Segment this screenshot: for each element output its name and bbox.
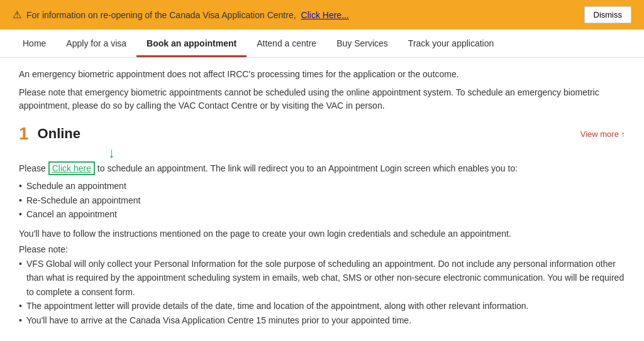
- down-arrow-icon: ↓: [108, 146, 115, 160]
- main-content: An emergency biometric appointment does …: [0, 58, 644, 341]
- arrow-indicator: ↓: [19, 146, 625, 160]
- banner-text: For information on re-opening of the Can…: [26, 10, 296, 20]
- main-navigation: Home Apply for a visa Book an appointmen…: [0, 30, 644, 58]
- section-title-group: 1 Online: [19, 125, 80, 143]
- notification-banner: ⚠ For information on re-opening of the C…: [0, 0, 644, 30]
- list-item: Re-Schedule an appointment: [19, 193, 625, 207]
- intro-paragraph-1: An emergency biometric appointment does …: [19, 68, 625, 81]
- section-title-label: Online: [38, 126, 80, 142]
- click-here-link[interactable]: Click here: [48, 161, 95, 175]
- list-item: Schedule an appointment: [19, 179, 625, 193]
- section-number: 1: [19, 125, 29, 143]
- banner-message: ⚠ For information on re-opening of the C…: [13, 9, 349, 21]
- list-item: VFS Global will only collect your Person…: [19, 257, 625, 299]
- section-1-header: 1 Online View more ↑: [19, 125, 625, 143]
- nav-item-buy[interactable]: Buy Services: [326, 30, 398, 57]
- instructions-paragraph: You'll have to follow the instructions m…: [19, 227, 625, 241]
- banner-link[interactable]: Click Here...: [301, 10, 349, 20]
- nav-item-home[interactable]: Home: [13, 30, 56, 57]
- view-more-link[interactable]: View more ↑: [580, 129, 625, 139]
- dismiss-button[interactable]: Dismiss: [584, 6, 632, 23]
- list-item: Cancel an appointment: [19, 207, 625, 221]
- notes-list: VFS Global will only collect your Person…: [19, 257, 625, 327]
- appointment-options-list: Schedule an appointment Re-Schedule an a…: [19, 179, 625, 221]
- intro-paragraph-2: Please note that emergency biometric app…: [19, 86, 625, 112]
- nav-item-track[interactable]: Track your application: [398, 30, 504, 57]
- please-note-label: Please note:: [19, 244, 625, 254]
- list-item: The appointment letter will provide deta…: [19, 299, 625, 313]
- warning-icon: ⚠: [13, 9, 21, 21]
- nav-item-book[interactable]: Book an appointment: [136, 30, 247, 57]
- nav-item-apply[interactable]: Apply for a visa: [56, 30, 136, 57]
- click-here-paragraph: Please Click here to schedule an appoint…: [19, 161, 625, 175]
- paragraph-after-link: to schedule an appointment. The link wil…: [97, 163, 518, 173]
- paragraph-before-link: Please: [19, 163, 46, 173]
- nav-item-attend[interactable]: Attend a centre: [247, 30, 326, 57]
- list-item: You'll have to arrive at the Canada Visa…: [19, 313, 625, 327]
